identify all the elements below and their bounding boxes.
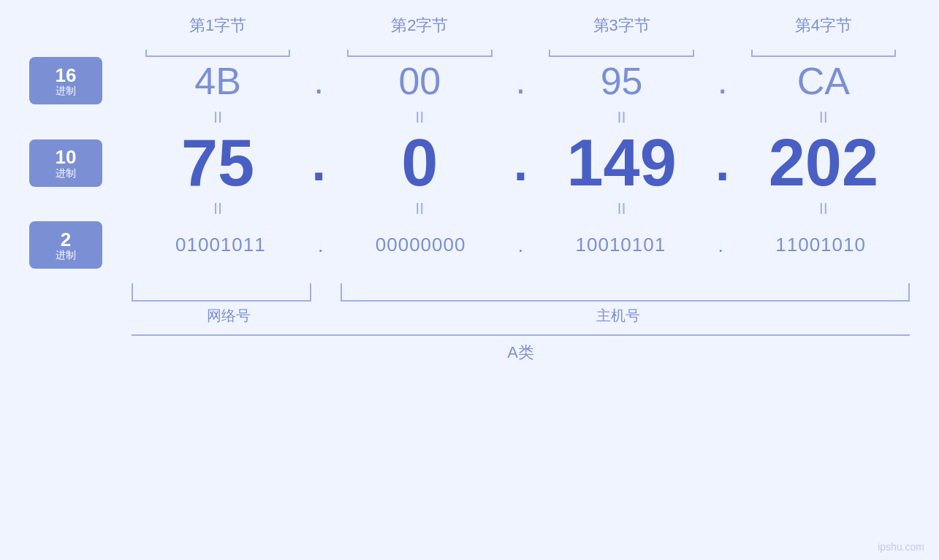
watermark: ipshu.com bbox=[878, 541, 924, 553]
hex-dot-2: . bbox=[506, 60, 536, 102]
bracket-col2 bbox=[333, 42, 506, 57]
equals-row-2: II II II II bbox=[132, 196, 910, 221]
decimal-val-4: 202 bbox=[737, 130, 910, 196]
eq1-1: II bbox=[132, 108, 304, 127]
binary-base-num: 2 bbox=[61, 229, 71, 250]
eq1-4: II bbox=[737, 108, 910, 127]
network-label: 网络号 bbox=[132, 306, 326, 326]
hex-row: 16 进制 4B . 00 . 95 . CA bbox=[29, 57, 910, 104]
hex-base-num: 16 bbox=[56, 65, 77, 86]
hex-label: 16 进制 bbox=[29, 57, 102, 104]
binary-dot-1: . bbox=[310, 234, 332, 257]
bottom-brackets-container bbox=[132, 276, 910, 302]
col4-header: 第4字节 bbox=[737, 15, 910, 42]
hex-dot-3: . bbox=[708, 60, 737, 102]
col1-header: 第1字节 bbox=[132, 15, 304, 42]
binary-base-text: 进制 bbox=[56, 250, 76, 261]
decimal-dot-1: . bbox=[304, 137, 333, 188]
binary-dot-2: . bbox=[510, 234, 532, 257]
class-label: A类 bbox=[132, 342, 910, 364]
hex-val-4: CA bbox=[737, 59, 910, 103]
decimal-val-1: 75 bbox=[132, 130, 304, 196]
binary-label: 2 进制 bbox=[29, 221, 102, 269]
eq1-3: II bbox=[536, 108, 708, 127]
hex-val-1: 4B bbox=[132, 59, 304, 103]
class-bracket-line bbox=[132, 334, 910, 336]
eq1-2: II bbox=[333, 108, 506, 127]
decimal-cells: 75 . 0 . 149 . 202 bbox=[132, 130, 910, 196]
decimal-val-3: 149 bbox=[536, 130, 708, 196]
column-headers: 第1字节 第2字节 第3字节 第4字节 bbox=[132, 15, 910, 42]
col2-header: 第2字节 bbox=[333, 15, 506, 42]
binary-val-3: 10010101 bbox=[532, 234, 710, 256]
bracket-col1 bbox=[132, 42, 304, 57]
decimal-dot-3: . bbox=[708, 137, 737, 188]
eq2-3: II bbox=[536, 199, 708, 218]
hex-cells: 4B . 00 . 95 . CA bbox=[132, 59, 910, 103]
bottom-section: 网络号 主机号 A类 bbox=[132, 272, 910, 364]
decimal-label: 10 进制 bbox=[29, 139, 102, 187]
hex-dot-1: . bbox=[304, 60, 333, 102]
network-host-labels: 网络号 主机号 bbox=[132, 306, 910, 326]
decimal-row: 10 进制 75 . 0 . 149 . 202 bbox=[29, 130, 910, 196]
eq2-2: II bbox=[333, 199, 506, 218]
binary-cells: 01001011 . 00000000 . 10010101 . 1100101… bbox=[132, 234, 910, 257]
hex-val-2: 00 bbox=[333, 59, 506, 103]
binary-row: 2 进制 01001011 . 00000000 . 10010101 . 11… bbox=[29, 221, 910, 269]
host-label: 主机号 bbox=[326, 306, 910, 326]
top-brackets bbox=[132, 42, 910, 57]
network-bracket bbox=[132, 283, 311, 302]
class-section: A类 bbox=[132, 334, 910, 364]
decimal-val-2: 0 bbox=[333, 130, 506, 196]
bracket-col4 bbox=[737, 42, 910, 57]
decimal-base-text: 进制 bbox=[56, 168, 76, 179]
col3-header: 第3字节 bbox=[536, 15, 708, 42]
decimal-dot-2: . bbox=[506, 137, 536, 188]
hex-base-text: 进制 bbox=[56, 85, 76, 96]
bracket-col3 bbox=[536, 42, 708, 57]
eq2-1: II bbox=[132, 199, 304, 218]
binary-val-4: 11001010 bbox=[731, 234, 910, 256]
binary-val-1: 01001011 bbox=[132, 234, 310, 256]
host-bracket bbox=[341, 283, 910, 302]
decimal-base-num: 10 bbox=[56, 147, 77, 168]
hex-val-3: 95 bbox=[536, 59, 708, 103]
binary-dot-3: . bbox=[710, 234, 731, 257]
binary-val-2: 00000000 bbox=[332, 234, 510, 256]
eq2-4: II bbox=[737, 199, 910, 218]
